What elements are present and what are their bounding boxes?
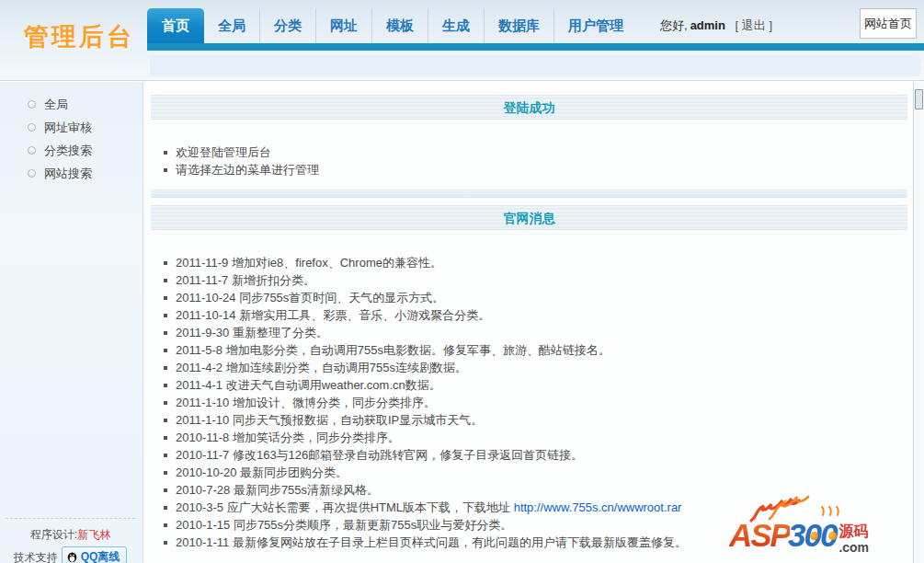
news-item: 2011-1-10 增加设计、微博分类，同步分类排序。 — [164, 394, 907, 411]
credit-name: 新飞林 — [77, 528, 110, 541]
welcome-item: 欢迎登陆管理后台 — [164, 144, 907, 161]
sidebar-item-label: 网址审核 — [44, 120, 92, 136]
item-text: 2010-1-15 同步755s分类顺序，最新更新755s职业与爱好分类。 — [176, 518, 512, 532]
sidebar: 全局网址审核分类搜索网站搜索 程序设计:新飞林 技术支持 QQ离线 — [0, 82, 143, 563]
credit-line: 程序设计:新飞林 — [6, 524, 135, 546]
sidebar-footer: 程序设计:新飞林 技术支持 QQ离线 — [6, 518, 135, 563]
news-item: 2011-10-24 同步755s首页时间、天气的显示方式。 — [164, 289, 907, 306]
tab-用户管理[interactable]: 用户管理 — [553, 8, 637, 43]
greeting-prefix: 您好, — [660, 18, 688, 32]
sidebar-item-label: 网站搜索 — [44, 166, 92, 182]
section-bottom-strip — [151, 190, 907, 198]
item-text: 2011-10-24 同步755s首页时间、天气的显示方式。 — [176, 291, 444, 304]
watermark-asp: ASP — [729, 517, 790, 554]
watermark-side: 源码 .com — [838, 524, 869, 554]
item-text: 2011-1-10 增加设计、微博分类，同步分类排序。 — [176, 396, 436, 409]
item-text: 2010-11-7 修改163与126邮箱登录自动跳转官网，修复子目录返回首页链… — [176, 448, 583, 462]
item-text: 请选择左边的菜单进行管理 — [176, 163, 319, 177]
radio-circle-icon — [28, 100, 36, 109]
tabbar-accent-line — [147, 43, 924, 51]
item-text: 2011-5-8 增加电影分类，自动调用755s电影数据。修复军事、旅游、酷站链… — [176, 343, 610, 357]
user-greeting: 您好,admin [ 退出 ] — [660, 17, 772, 34]
watermark-300: 300 — [788, 517, 836, 554]
vertical-scrollbar[interactable] — [913, 82, 924, 563]
support-label: 技术支持 — [14, 550, 58, 563]
item-text: 2010-3-5 应广大站长需要，再次提供HTML版本下载，下载地址 — [176, 500, 514, 514]
yolk-dot — [810, 532, 818, 540]
tab-分类[interactable]: 分类 — [259, 8, 315, 43]
main-content: 登陆成功 欢迎登陆管理后台请选择左边的菜单进行管理 官网消息 2011-11-9… — [144, 82, 924, 563]
section-title: 官网消息 — [151, 205, 907, 230]
item-text: 2011-11-9 增加对ie8、firefox、Chrome的兼容性。 — [176, 256, 442, 270]
news-item: 2010-10-20 最新同步团购分类。 — [164, 464, 907, 481]
radio-circle-icon — [28, 123, 36, 132]
sidebar-menu: 全局网址审核分类搜索网站搜索 — [0, 82, 143, 185]
welcome-list: 欢迎登陆管理后台请选择左边的菜单进行管理 — [151, 120, 907, 190]
admin-backend-page: 管理后台 首页全局分类网址模板生成数据库用户管理 您好,admin [ 退出 ]… — [0, 0, 924, 563]
login-success-section: 登陆成功 欢迎登陆管理后台请选择左边的菜单进行管理 — [151, 95, 907, 198]
news-item: 2011-10-14 新增实用工具、彩票、音乐、小游戏聚合分类。 — [164, 306, 907, 324]
scrollbar-thumb[interactable] — [915, 89, 923, 109]
logout-link[interactable]: [ 退出 ] — [732, 18, 772, 32]
tab-生成[interactable]: 生成 — [428, 8, 484, 43]
tab-网址[interactable]: 网址 — [315, 8, 371, 43]
qq-penguin-icon — [66, 551, 78, 563]
qq-badge-label: QQ离线 — [81, 549, 120, 563]
sidebar-item-label: 全局 — [44, 97, 68, 113]
header-subband — [150, 55, 920, 76]
credit-label: 程序设计: — [30, 528, 77, 541]
sidebar-item-全局[interactable]: 全局 — [0, 93, 143, 116]
tab-全局[interactable]: 全局 — [204, 8, 259, 43]
app-logo: 管理后台 — [24, 20, 134, 53]
download-link[interactable]: http://www.755s.cn/wwwroot.rar — [514, 500, 682, 514]
welcome-item: 请选择左边的菜单进行管理 — [164, 161, 907, 178]
news-item: 2010-11-8 增加笑话分类，同步分类排序。 — [164, 429, 907, 446]
watermark-text: ASP 300 源码 .com — [729, 517, 869, 554]
item-text: 2010-10-20 最新同步团购分类。 — [176, 465, 348, 479]
section-title: 登陆成功 — [151, 95, 907, 120]
tab-模板[interactable]: 模板 — [371, 8, 428, 43]
item-text: 欢迎登陆管理后台 — [176, 145, 271, 159]
item-text: 2011-9-30 重新整理了分类。 — [176, 326, 328, 339]
support-line: 技术支持 QQ离线 — [6, 546, 135, 563]
username: admin — [688, 18, 728, 32]
item-text: 2011-11-7 新增折扣分类。 — [176, 273, 315, 287]
watermark-cn: 源码 — [838, 524, 868, 539]
news-item: 2011-11-9 增加对ie8、firefox、Chrome的兼容性。 — [164, 254, 907, 271]
news-item: 2010-11-7 修改163与126邮箱登录自动跳转官网，修复子目录返回首页链… — [164, 446, 907, 464]
header: 管理后台 首页全局分类网址模板生成数据库用户管理 您好,admin [ 退出 ]… — [0, 0, 924, 81]
news-item: 2011-5-8 增加电影分类，自动调用755s电影数据。修复军事、旅游、酷站链… — [164, 341, 907, 359]
site-home-button[interactable]: 网站首页 — [860, 8, 917, 39]
asp300-watermark: ASP 300 源码 .com — [729, 499, 913, 556]
tab-首页[interactable]: 首页 — [147, 8, 204, 43]
item-text: 2011-4-2 增加连续剧分类，自动调用755s连续剧数据。 — [176, 361, 467, 374]
item-text: 2010-1-11 最新修复网站放在子目录上栏目页样式问题，有此问题的用户请下载… — [176, 535, 687, 549]
item-text: 2011-1-10 同步天气预报数据，自动获取IP显示城市天气。 — [176, 413, 483, 427]
sidebar-item-网址审核[interactable]: 网址审核 — [0, 116, 143, 139]
news-item: 2011-1-10 同步天气预报数据，自动获取IP显示城市天气。 — [164, 411, 907, 429]
news-item: 2011-4-2 增加连续剧分类，自动调用755s连续剧数据。 — [164, 359, 907, 376]
news-item: 2011-11-7 新增折扣分类。 — [164, 271, 907, 289]
sidebar-item-分类搜索[interactable]: 分类搜索 — [0, 139, 143, 162]
item-text: 2011-4-1 改进天气自动调用weather.com.cn数据。 — [176, 378, 441, 392]
main-nav-tabs: 首页全局分类网址模板生成数据库用户管理 — [147, 8, 637, 43]
news-item: 2011-4-1 改进天气自动调用weather.com.cn数据。 — [164, 376, 907, 394]
item-text: 2010-7-28 最新同步755s清新绿风格。 — [176, 483, 379, 497]
radio-circle-icon — [28, 169, 36, 178]
qq-online-badge[interactable]: QQ离线 — [62, 546, 128, 563]
yolk-dot — [828, 532, 837, 540]
watermark-com: .com — [838, 541, 869, 554]
sidebar-item-label: 分类搜索 — [44, 143, 92, 159]
radio-circle-icon — [28, 146, 36, 155]
sidebar-item-网站搜索[interactable]: 网站搜索 — [0, 162, 143, 185]
news-item: 2011-9-30 重新整理了分类。 — [164, 324, 907, 341]
tab-数据库[interactable]: 数据库 — [484, 8, 553, 43]
item-text: 2011-10-14 新增实用工具、彩票、音乐、小游戏聚合分类。 — [176, 308, 490, 322]
item-text: 2010-11-8 增加笑话分类，同步分类排序。 — [176, 431, 400, 444]
